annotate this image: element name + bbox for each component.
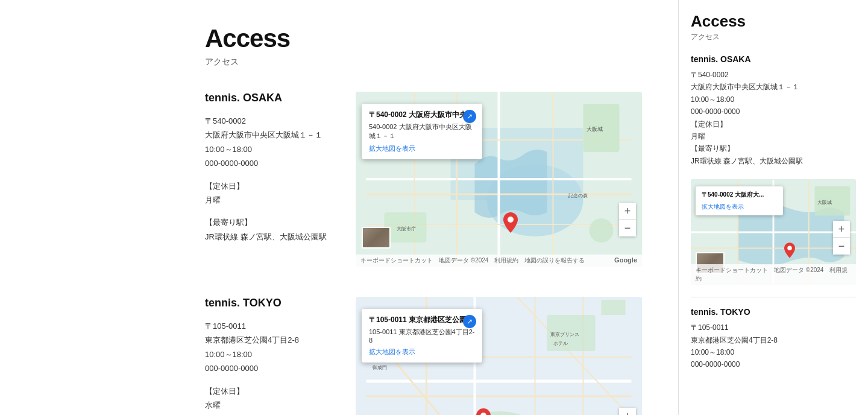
tokyo-popup-title: 〒105-0011 東京都港区芝公園... [369,315,475,325]
sidebar-osaka-map-footer: キーボードショートカット 地図データ ©2024 利用規約 [691,264,856,285]
tokyo-zoom-controls: + − [619,408,636,415]
svg-point-21 [787,246,792,251]
sidebar-divider [691,297,856,297]
osaka-map-footer: キーボードショートカット 地図データ ©2024 利用規約 地図の誤りを報告する… [356,255,642,267]
sidebar-tokyo-hours: 10:00～18:00 [691,346,856,358]
svg-point-9 [457,411,541,415]
tokyo-phone: 000-0000-0000 [205,361,338,375]
sidebar-tokyo-info: 〒105-0011 東京都港区芝公園4丁目2-8 10:00～18:00 000… [691,322,856,371]
osaka-zoom-in[interactable]: + [619,203,636,220]
svg-text:記念の森: 記念の森 [568,193,588,198]
osaka-info: tennis. OSAKA 〒540-0002 大阪府大阪市中央区大阪城１－１ … [205,92,338,244]
osaka-map-pin [503,212,518,235]
tokyo-zoom-in[interactable]: + [619,408,636,415]
sidebar-osaka-zoom-in[interactable]: + [833,221,850,238]
svg-text:大阪市庁: 大阪市庁 [397,226,416,232]
sidebar-tokyo-section: tennis. TOKYO 〒105-0011 東京都港区芝公園4丁目2-8 1… [691,307,856,371]
sidebar-osaka-closed-label: 【定休日】 [691,118,856,130]
google-logo: Google [614,256,637,265]
sidebar-osaka-zoom-out[interactable]: − [833,238,850,255]
osaka-phone: 000-0000-0000 [205,156,338,170]
osaka-popup-title: 〒540-0002 大阪府大阪市中央... [369,110,475,120]
svg-text:大阪城: 大阪城 [587,126,603,132]
sidebar-osaka-map[interactable]: 大阪城 〒540-0002 大阪府大... 拡大地図を表示 + − キーボードシ… [691,179,856,285]
osaka-block: tennis. OSAKA 〒540-0002 大阪府大阪市中央区大阪城１－１ … [205,92,642,267]
main-content: Access アクセス tennis. OSAKA 〒540-0002 大阪府大… [0,0,678,415]
osaka-nearest-station: JR環状線 森ノ宮駅、大阪城公園駅 [205,230,338,244]
sidebar-osaka-nearest-station: JR環状線 森ノ宮駅、大阪城公園駅 [691,155,856,167]
sidebar-tokyo-postal: 〒105-0011 [691,322,856,334]
osaka-map[interactable]: 大阪城 大阪市庁 記念の森 〒540-0002 大阪府大阪市中央... 540-… [356,92,642,267]
tokyo-closed-day: 水曜 [205,398,338,412]
sidebar-osaka-section: tennis. OSAKA 〒540-0002 大阪府大阪市中央区大阪城１－１ … [691,54,856,167]
page-subtitle: アクセス [205,57,642,68]
sidebar-osaka-map-popup: 〒540-0002 大阪府大... 拡大地図を表示 [696,186,783,215]
tokyo-map[interactable]: 芝公園 東京プリンス ホテル 御成門 〒105-0011 東京都港区芝公園...… [356,297,642,415]
tokyo-name: tennis. TOKYO [205,297,338,309]
sidebar-osaka-footer-text: キーボードショートカット 地図データ ©2024 利用規約 [696,266,851,283]
osaka-nearest-label: 【最寄り駅】 [205,215,338,229]
tokyo-postal: 〒105-0011 [205,319,338,333]
osaka-name: tennis. OSAKA [205,92,338,104]
osaka-map-expand-link[interactable]: 拡大地図を表示 [369,144,415,153]
sidebar-osaka-hours: 10:00～18:00 [691,93,856,106]
sidebar-title: Access [691,12,856,31]
sidebar-osaka-expand-link[interactable]: 拡大地図を表示 [702,203,744,210]
sidebar-osaka-address: 大阪府大阪市中央区大阪城１－１ [691,81,856,93]
sidebar-tokyo-phone: 000-0000-0000 [691,358,856,370]
tokyo-map-expand-link[interactable]: 拡大地図を表示 [369,347,415,356]
osaka-popup-address: 540-0002 大阪府大阪市中央区大阪城１－１ [369,122,475,141]
osaka-zoom-controls: + − [619,203,636,236]
svg-text:大阪城: 大阪城 [817,200,832,205]
page-title: Access [205,24,642,53]
tokyo-popup-address: 105-0011 東京都港区芝公園4丁目2-8 [369,328,475,344]
sidebar-osaka-postal: 〒540-0002 [691,69,856,81]
osaka-closed-day: 月曜 [205,193,338,207]
sidebar-osaka-phone: 000-0000-0000 [691,106,856,118]
sidebar-osaka-nearest-label: 【最寄り駅】 [691,142,856,154]
osaka-address: 大阪府大阪市中央区大阪城１－１ [205,128,338,142]
tokyo-block: tennis. TOKYO 〒105-0011 東京都港区芝公園4丁目2-8 1… [205,297,642,415]
svg-rect-15 [602,300,626,315]
sidebar-tokyo-name: tennis. TOKYO [691,307,856,317]
osaka-closed-label: 【定休日】 [205,179,338,193]
svg-text:ホテル: ホテル [553,341,568,346]
svg-text:東京プリンス: 東京プリンス [550,332,579,337]
sidebar-osaka-closed-day: 月曜 [691,130,856,142]
svg-text:御成門: 御成門 [373,365,387,370]
osaka-map-footer-text: キーボードショートカット 地図データ ©2024 利用規約 地図の誤りを報告する [360,256,585,265]
right-sidebar: Access アクセス tennis. OSAKA 〒540-0002 大阪府大… [678,0,868,415]
tokyo-hours: 10:00～18:00 [205,347,338,361]
tokyo-map-pin [476,408,491,415]
tokyo-address: 東京都港区芝公園4丁目2-8 [205,333,338,347]
sidebar-osaka-zoom: + − [833,221,850,255]
osaka-popup-links: 拡大地図を表示 [369,144,475,153]
tokyo-map-popup: 〒105-0011 東京都港区芝公園... 105-0011 東京都港区芝公園4… [362,309,482,363]
osaka-route-icon[interactable]: ↗ [463,110,476,123]
tokyo-info: tennis. TOKYO 〒105-0011 東京都港区芝公園4丁目2-8 1… [205,297,338,415]
osaka-map-popup: 〒540-0002 大阪府大阪市中央... 540-0002 大阪府大阪市中央区… [362,104,482,159]
sidebar-tokyo-address: 東京都港区芝公園4丁目2-8 [691,334,856,346]
sidebar-subtitle: アクセス [691,32,856,42]
tokyo-closed-label: 【定休日】 [205,384,338,398]
svg-point-4 [590,218,614,242]
sidebar-osaka-pin [784,242,795,261]
sidebar-osaka-popup-title: 〒540-0002 大阪府大... [702,191,777,199]
tokyo-popup-links: 拡大地図を表示 [369,347,475,356]
sidebar-osaka-info: 〒540-0002 大阪府大阪市中央区大阪城１－１ 10:00～18:00 00… [691,69,856,167]
osaka-zoom-out[interactable]: − [619,220,636,236]
osaka-postal: 〒540-0002 [205,114,338,128]
osaka-hours: 10:00～18:00 [205,142,338,156]
osaka-street-thumb[interactable] [362,227,391,249]
svg-point-8 [508,217,514,223]
tokyo-route-icon[interactable]: ↗ [463,315,476,328]
sidebar-osaka-name: tennis. OSAKA [691,54,856,64]
